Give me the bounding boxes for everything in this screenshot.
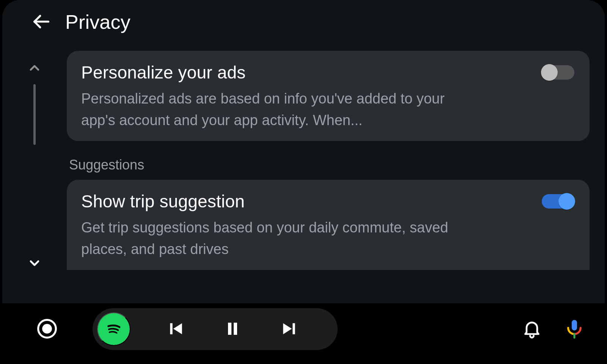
toggle-personalize-ads[interactable] [542, 65, 574, 80]
screen: Privacy Personalize [0, 0, 607, 364]
chevron-down-icon [27, 256, 42, 272]
svg-rect-4 [170, 323, 172, 334]
arrow-back-icon [31, 12, 51, 33]
skip-previous-icon [166, 319, 185, 339]
spotify-icon [102, 317, 125, 341]
media-app-button[interactable] [97, 312, 131, 346]
play-pause-button[interactable] [204, 313, 261, 345]
scroll-down-button[interactable] [25, 255, 44, 272]
bell-icon [521, 318, 543, 340]
settings-panel: Privacy Personalize [2, 0, 605, 303]
section-label-suggestions: Suggestions [67, 154, 590, 180]
settings-list: Personalize your ads Personalized ads ar… [67, 39, 605, 303]
scrollbar-track[interactable] [33, 84, 36, 145]
circle-home-icon [36, 318, 58, 340]
setting-description: Personalized ads are based on info you'v… [81, 88, 476, 131]
svg-point-2 [42, 324, 52, 334]
setting-row: Personalize your ads [81, 62, 574, 83]
back-button[interactable] [30, 11, 52, 33]
assistant-button[interactable] [560, 315, 589, 344]
pause-icon [223, 320, 242, 339]
home-button[interactable] [36, 318, 58, 340]
next-track-button[interactable] [261, 313, 318, 345]
svg-rect-7 [292, 323, 295, 334]
scroll-rail [2, 39, 67, 303]
toggle-show-trip-suggestion[interactable] [542, 194, 574, 209]
setting-title: Personalize your ads [81, 62, 246, 83]
svg-rect-8 [572, 320, 577, 330]
chevron-up-icon [27, 60, 42, 77]
content-area: Personalize your ads Personalized ads ar… [2, 39, 605, 303]
mic-icon [564, 318, 585, 340]
page-title: Privacy [65, 11, 131, 33]
toggle-thumb [541, 64, 558, 81]
previous-track-button[interactable] [147, 313, 204, 345]
setting-title: Show trip suggestion [81, 191, 245, 212]
svg-rect-6 [234, 323, 237, 335]
svg-rect-5 [228, 323, 231, 335]
media-controls [93, 308, 338, 350]
system-bar [0, 303, 607, 364]
header: Privacy [2, 0, 605, 39]
setting-row: Show trip suggestion [81, 191, 574, 212]
setting-show-trip-suggestion[interactable]: Show trip suggestion Get trip suggestion… [67, 180, 590, 270]
setting-personalize-ads[interactable]: Personalize your ads Personalized ads ar… [67, 51, 590, 141]
setting-description: Get trip suggestions based on your daily… [81, 217, 476, 260]
toggle-thumb [558, 193, 575, 210]
skip-next-icon [280, 319, 299, 339]
notifications-button[interactable] [517, 315, 546, 344]
scroll-up-button[interactable] [25, 60, 44, 77]
